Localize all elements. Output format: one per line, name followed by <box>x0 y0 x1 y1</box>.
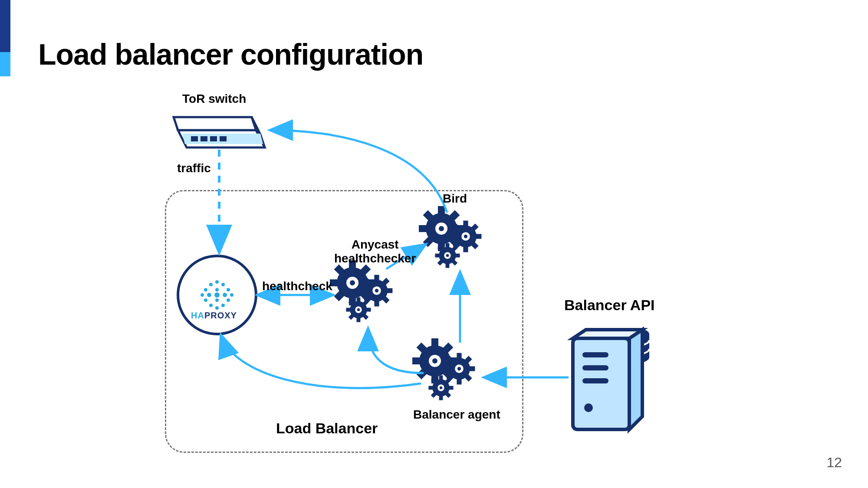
svg-point-24 <box>221 304 225 307</box>
svg-rect-63 <box>573 338 629 429</box>
tor-switch-icon <box>174 117 265 147</box>
svg-point-20 <box>204 298 207 302</box>
svg-rect-6 <box>210 136 217 141</box>
haproxy-label: HAPROXY <box>191 311 237 321</box>
healthcheck-label: healthcheck <box>262 279 332 293</box>
arrow-bird-to-tor <box>271 130 447 213</box>
load-balancer-label: Load Balancer <box>276 420 378 437</box>
svg-point-13 <box>227 288 230 291</box>
svg-point-19 <box>230 293 233 297</box>
svg-rect-67 <box>582 365 608 370</box>
svg-rect-5 <box>201 136 207 141</box>
bird-label: Bird <box>443 192 467 206</box>
svg-point-23 <box>209 304 213 307</box>
anycast-healthchecker-label: Anycast healthchecker <box>334 238 416 265</box>
svg-point-69 <box>584 403 593 412</box>
svg-point-16 <box>207 293 211 297</box>
traffic-label: traffic <box>177 161 211 175</box>
svg-rect-68 <box>582 378 608 383</box>
svg-marker-1 <box>174 117 256 130</box>
svg-point-11 <box>221 283 225 286</box>
svg-point-10 <box>209 283 213 286</box>
arrow-agent-to-haproxy <box>221 336 421 388</box>
balancer-agent-icon <box>403 329 481 405</box>
svg-marker-65 <box>573 330 642 338</box>
svg-point-25 <box>215 306 219 310</box>
svg-marker-64 <box>629 330 642 429</box>
svg-point-9 <box>215 280 219 284</box>
balancer-api-label: Balancer API <box>564 297 655 314</box>
balancer-api-icon <box>573 328 649 429</box>
svg-rect-66 <box>582 352 608 357</box>
svg-point-21 <box>227 298 230 302</box>
svg-point-18 <box>223 293 227 297</box>
diagram-stage: ToR switch traffic HAPROXY healthcheck A… <box>0 0 868 488</box>
tor-switch-label: ToR switch <box>182 92 246 106</box>
arrow-agent-to-hc <box>368 330 424 373</box>
haproxy-icon <box>178 256 256 334</box>
balancer-agent-label: Balancer agent <box>413 408 500 422</box>
svg-rect-4 <box>191 136 198 141</box>
svg-point-22 <box>215 298 219 302</box>
svg-point-12 <box>204 288 207 291</box>
bird-icon <box>409 197 488 273</box>
svg-point-14 <box>215 288 219 291</box>
svg-rect-7 <box>220 136 227 141</box>
svg-point-15 <box>201 293 204 297</box>
svg-point-17 <box>214 292 220 298</box>
